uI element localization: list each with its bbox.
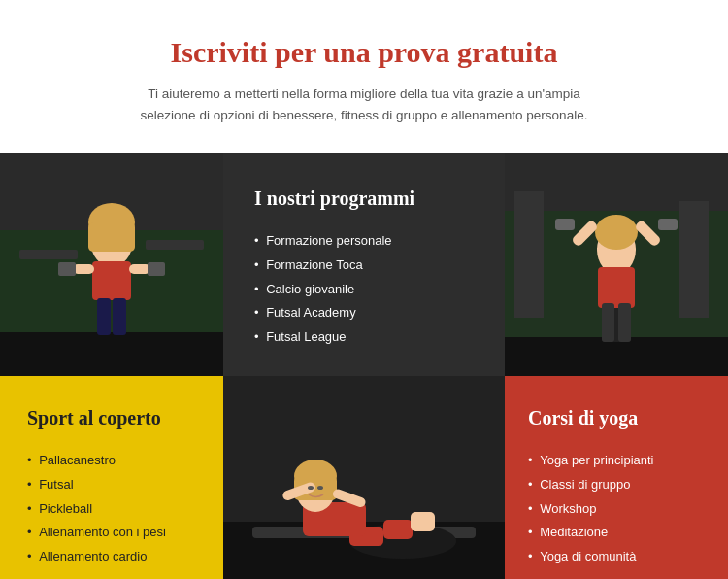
program-item: Formazione personale bbox=[254, 229, 474, 254]
yoga-item: Classi di gruppo bbox=[528, 473, 705, 497]
svg-rect-7 bbox=[88, 222, 135, 252]
indoor-sport-item: Allenamento con i pesi bbox=[27, 521, 196, 545]
grid-section: I nostri programmi Formazione personale … bbox=[0, 153, 728, 579]
subtitle-line1: Ti aiuteremo a metterti nella forma migl… bbox=[148, 86, 580, 101]
svg-rect-13 bbox=[97, 298, 111, 335]
photo-top-left bbox=[0, 153, 223, 376]
svg-rect-29 bbox=[618, 303, 631, 342]
subtitle-line2: selezione di opzioni di benessere, fitne… bbox=[141, 108, 588, 122]
indoor-sports-section: Sport al coperto Pallacanestro Futsal Pi… bbox=[0, 376, 223, 579]
yoga-item: Yoga di comunità bbox=[528, 545, 705, 569]
programs-section: I nostri programmi Formazione personale … bbox=[223, 153, 505, 376]
svg-rect-26 bbox=[555, 219, 575, 230]
indoor-sport-item: Pickleball bbox=[27, 497, 196, 522]
svg-point-22 bbox=[595, 215, 638, 250]
photo-top-right bbox=[505, 153, 728, 376]
svg-rect-27 bbox=[658, 219, 678, 230]
program-item: Futsal Academy bbox=[254, 301, 474, 325]
page-wrapper: Iscriviti per una prova gratuita Ti aiut… bbox=[0, 0, 728, 579]
programs-list: Formazione personale Formazione Toca Cal… bbox=[254, 229, 474, 349]
svg-rect-23 bbox=[598, 267, 635, 308]
yoga-item: Yoga per principianti bbox=[528, 449, 705, 473]
yoga-item: Workshop bbox=[528, 497, 705, 522]
subtitle: Ti aiuteremo a metterti nella forma migl… bbox=[78, 84, 650, 125]
svg-point-45 bbox=[317, 486, 323, 490]
header-section: Iscriviti per una prova gratuita Ti aiut… bbox=[0, 0, 728, 153]
svg-rect-37 bbox=[411, 512, 435, 531]
svg-point-44 bbox=[308, 486, 314, 490]
indoor-sports-title: Sport al coperto bbox=[27, 407, 196, 429]
svg-rect-18 bbox=[679, 201, 709, 318]
svg-rect-2 bbox=[19, 250, 78, 259]
svg-rect-14 bbox=[113, 298, 126, 335]
program-item: Calcio giovanile bbox=[254, 278, 474, 302]
program-item: Formazione Toca bbox=[254, 254, 474, 278]
yoga-item: Meditazione bbox=[528, 521, 705, 545]
indoor-sport-item: Allenamento cardio bbox=[27, 545, 196, 569]
yoga-section: Corsi di yoga Yoga per principianti Clas… bbox=[505, 376, 728, 579]
yoga-list: Yoga per principianti Classi di gruppo W… bbox=[528, 449, 705, 568]
svg-rect-17 bbox=[514, 191, 544, 318]
svg-rect-3 bbox=[146, 240, 204, 250]
svg-rect-9 bbox=[73, 264, 94, 274]
main-title: Iscriviti per una prova gratuita bbox=[78, 35, 650, 70]
yoga-title: Corsi di yoga bbox=[528, 407, 705, 429]
svg-rect-10 bbox=[129, 264, 150, 274]
programs-title: I nostri programmi bbox=[254, 187, 474, 210]
svg-rect-8 bbox=[92, 261, 131, 300]
program-item: Futsal League bbox=[254, 325, 474, 350]
svg-rect-19 bbox=[505, 337, 728, 376]
svg-rect-4 bbox=[0, 332, 223, 376]
indoor-sport-item: Pallacanestro bbox=[27, 449, 196, 473]
indoor-sport-item: Futsal bbox=[27, 473, 196, 497]
indoor-sports-list: Pallacanestro Futsal Pickleball Allename… bbox=[27, 449, 196, 568]
svg-rect-12 bbox=[148, 262, 165, 276]
photo-bottom-middle bbox=[223, 376, 505, 579]
svg-rect-11 bbox=[58, 262, 76, 276]
svg-rect-36 bbox=[383, 520, 413, 539]
svg-rect-28 bbox=[602, 303, 614, 342]
